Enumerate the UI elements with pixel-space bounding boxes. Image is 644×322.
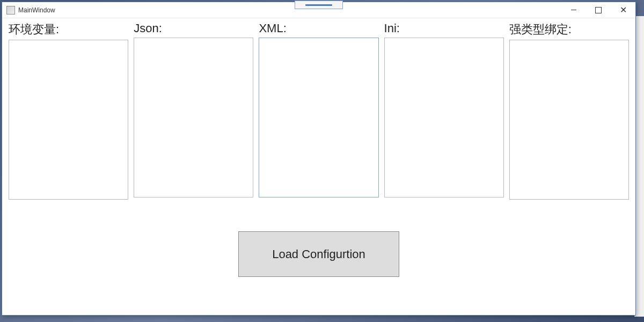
column-label: 环境变量: [9,21,128,38]
column-label: Json: [134,21,253,35]
strongtype-textbox[interactable] [509,40,629,200]
title-bar[interactable]: MainWindow ✕ [2,2,635,18]
maximize-icon [595,7,602,13]
close-icon: ✕ [620,6,627,14]
column-label: Ini: [384,21,504,35]
client-area: 环境变量: Json: XML: Ini: 强类型绑定: Load Conf [2,18,635,315]
column-json: Json: [134,21,253,202]
minimize-icon [571,10,576,10]
column-env: 环境变量: [9,21,128,202]
env-textbox[interactable] [9,40,128,200]
column-label: XML: [259,21,378,35]
column-ini: Ini: [384,21,504,202]
application-window: MainWindow ✕ 环境变量: Json: XML: [2,2,636,316]
button-row: Load Configurtion [9,231,629,277]
minimize-button[interactable] [561,2,586,18]
window-title: MainWindow [18,6,561,14]
config-columns-row: 环境变量: Json: XML: Ini: 强类型绑定: [9,21,629,202]
maximize-button[interactable] [586,2,611,18]
debug-handle-grip-icon [305,4,332,6]
column-strongtype: 强类型绑定: [509,21,629,202]
app-icon [6,6,15,14]
column-label: 强类型绑定: [509,21,629,38]
json-textbox[interactable] [134,38,253,197]
window-controls: ✕ [561,2,635,18]
ini-textbox[interactable] [384,38,504,197]
debug-handle[interactable] [295,1,343,9]
close-button[interactable]: ✕ [611,2,635,18]
load-configuration-button[interactable]: Load Configurtion [238,231,399,277]
column-xml: XML: [259,21,378,202]
xml-textbox[interactable] [259,38,378,197]
